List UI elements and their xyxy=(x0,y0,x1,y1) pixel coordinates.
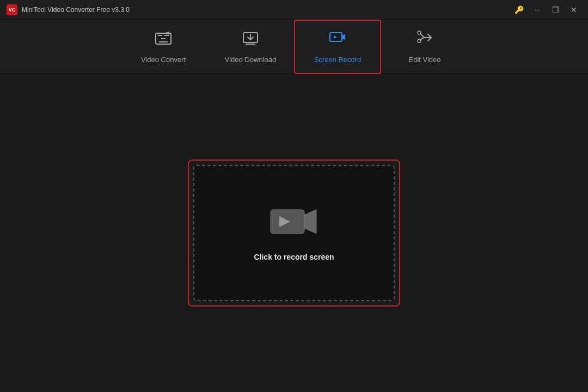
nav-item-video-download[interactable]: Video Download xyxy=(207,20,294,74)
nav-label-video-download: Video Download xyxy=(225,56,276,64)
close-button[interactable]: ✕ xyxy=(566,4,581,16)
key-icon: 🔑 xyxy=(514,5,524,14)
screen-record-icon xyxy=(329,30,346,51)
video-convert-icon xyxy=(155,30,172,51)
nav-label-video-convert: Video Convert xyxy=(141,56,186,64)
record-inner[interactable]: Click to record screen xyxy=(193,165,395,301)
nav-label-screen-record: Screen Record xyxy=(314,56,362,64)
main-content: Click to record screen xyxy=(0,74,588,392)
nav-item-edit-video[interactable]: Edit Video xyxy=(381,20,468,74)
app-logo-text: VC xyxy=(9,7,16,13)
nav-item-video-convert[interactable]: Video Convert xyxy=(120,20,207,74)
app-title: MiniTool Video Converter Free v3.3.0 xyxy=(22,6,514,14)
edit-video-icon xyxy=(416,30,433,51)
record-outer[interactable]: Click to record screen xyxy=(188,160,400,307)
video-download-icon xyxy=(242,30,259,51)
nav-item-screen-record[interactable]: Screen Record xyxy=(294,20,381,74)
app-logo: VC xyxy=(7,4,17,15)
minimize-button[interactable]: − xyxy=(529,4,544,16)
nav-label-edit-video: Edit Video xyxy=(408,56,440,64)
window-controls: − ❐ ✕ xyxy=(529,4,581,16)
svg-point-3 xyxy=(418,31,421,34)
nav-bar: Video Convert Video Download Scree xyxy=(0,20,588,74)
record-camera-icon xyxy=(270,205,318,243)
maximize-button[interactable]: ❐ xyxy=(548,4,563,16)
title-bar: VC MiniTool Video Converter Free v3.3.0 … xyxy=(0,0,588,20)
record-text: Click to record screen xyxy=(254,253,334,261)
